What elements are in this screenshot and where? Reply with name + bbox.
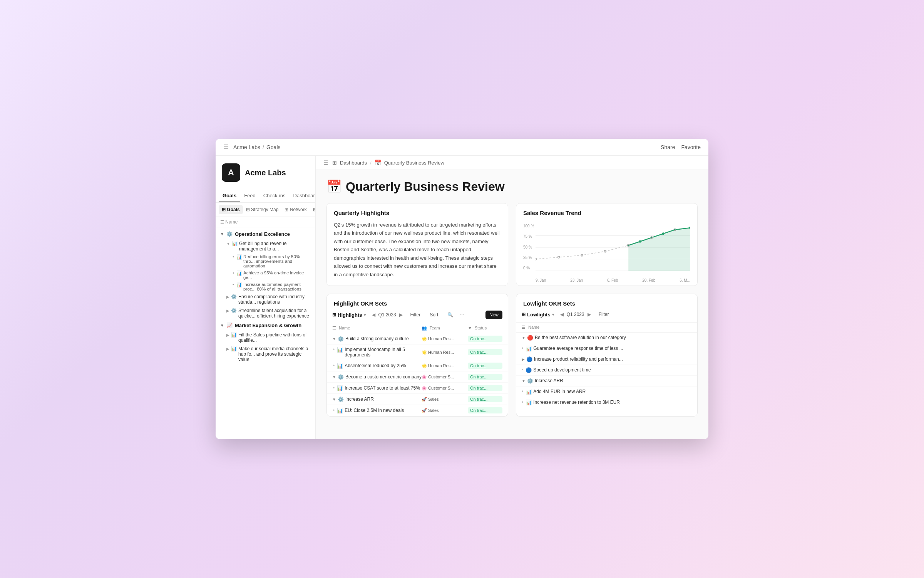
main-layout: A Acme Labs Goals Feed Check-ins Dashboa… (216, 156, 708, 439)
top-bar-actions: Share Favorite (661, 144, 701, 150)
highlight-sort-btn[interactable]: Sort (427, 311, 441, 319)
col-team: 👥 Team (422, 326, 468, 331)
favorite-button[interactable]: Favorite (681, 144, 701, 150)
nav-tabs: Goals Feed Check-ins Dashboard Me (216, 190, 315, 203)
lowlight-period-next[interactable]: ▶ (586, 311, 593, 318)
okr-row-mooncamp[interactable]: • 📊 Implement Mooncamp in all 5 departme… (327, 344, 508, 360)
breadcrumb: Acme Labs / Goals (233, 144, 281, 150)
svg-marker-5 (628, 228, 690, 271)
nav-tab-feed[interactable]: Feed (240, 190, 259, 202)
lowlight-table-header: ☰ Name (516, 323, 697, 333)
highlight-filter-btn[interactable]: Filter (407, 311, 424, 319)
highlight-okr-toolbar: ⊞ Highlights ▾ ◀ Q1 2023 ▶ Filter Sort (327, 307, 508, 323)
sidebar: A Acme Labs Goals Feed Check-ins Dashboa… (216, 156, 316, 439)
dash-topbar: ☰ ⊞ Dashboards / 📅 Quarterly Business Re… (316, 156, 708, 170)
highlight-okr-card: Highlight OKR Sets ⊞ Highlights ▾ ◀ Q1 2… (326, 294, 508, 417)
okr-row-absenteeism[interactable]: • 📊 Absenteeism reduced by 25% 🌟 Human R… (327, 360, 508, 371)
dashboard-panel: ☰ ⊞ Dashboards / 📅 Quarterly Business Re… (316, 156, 708, 439)
goal-item-sales-pipeline[interactable]: ▶ 📊 Fill the Sales pipeline with tons of… (216, 331, 315, 344)
goal-item-social[interactable]: ▶ 📊 Make our social media channels a hub… (216, 344, 315, 364)
top-bar: ☰ Acme Labs / Goals Share Favorite (216, 139, 708, 156)
goal-list: ▼ ⚙️ Operational Excellence ▼ 📊 Get bill… (216, 227, 315, 365)
page-icon-small: 📅 (375, 160, 381, 166)
lowlight-period-nav: ◀ Q1 2023 ▶ (559, 311, 593, 318)
lowlights-filter-label[interactable]: ⊞ Lowlights ▾ (522, 312, 554, 318)
okr-row-arr[interactable]: ▼ ⚙️ Increase ARR 🚀 Sales On trac... (327, 394, 508, 405)
chart-x-labels: 9. Jan 23. Jan 6. Feb 20. Feb 6. M... (536, 278, 690, 282)
goal-sub-billing-3[interactable]: • 📊 Increase automated payment proc... 8… (216, 281, 315, 292)
revenue-chart-card: Sales Revenue Trend 100 % 75 % 50 % 25 %… (516, 203, 698, 286)
breadcrumb-sep: / (263, 144, 264, 150)
okr-row-eu-deals[interactable]: • 📊 EU: Close 2.5M in new deals 🚀 Sales … (327, 405, 508, 416)
okr-row-increase-arr-low[interactable]: ▼ ⚙️ Increase ARR (516, 376, 697, 386)
lowlight-okr-card: Lowlight OKR Sets ⊞ Lowlights ▾ ◀ Q1 202… (516, 294, 698, 417)
highlight-new-btn[interactable]: New (485, 311, 502, 319)
breadcrumb-dashboards[interactable]: Dashboards (340, 160, 367, 166)
highlight-table-header: ☰ Name 👥 Team ▼ Status (327, 323, 508, 333)
svg-point-7 (639, 240, 641, 243)
chart-svg-wrap (536, 224, 690, 271)
lowlight-okr-toolbar: ⊞ Lowlights ▾ ◀ Q1 2023 ▶ Filter (516, 307, 697, 323)
goal-sub-billing-2[interactable]: • 📊 Achieve a 95% on-time invoice ge... (216, 269, 315, 281)
highlight-period-nav: ◀ Q1 2023 ▶ (370, 311, 404, 318)
goal-group-label: Operational Excellence (235, 231, 290, 237)
revenue-chart-title: Sales Revenue Trend (516, 203, 697, 221)
svg-point-9 (662, 232, 665, 235)
dash-menu-icon[interactable]: ☰ (323, 160, 328, 166)
lowlight-okr-title: Lowlight OKR Sets (516, 294, 697, 307)
nav-tab-goals[interactable]: Goals (219, 190, 240, 202)
breadcrumb-current[interactable]: Quarterly Business Review (384, 160, 444, 166)
top-cards: Quarterly Highlights Q2's 15% growth in … (326, 203, 698, 286)
okr-row-customer-centric[interactable]: ▼ ⚙️ Become a customer-centric company 🌸… (327, 371, 508, 383)
goal-group-operational[interactable]: ▼ ⚙️ Operational Excellence (216, 229, 315, 239)
highlights-filter-label[interactable]: ⊞ Highlights ▾ (332, 312, 366, 318)
highlights-text: Q2's 15% growth in revenue is attributed… (327, 221, 508, 286)
okr-row-response-time[interactable]: • 📊 Guarantee average response time of l… (516, 343, 697, 354)
page-title-icon: 📅 (326, 179, 342, 194)
okr-row-speed-up[interactable]: • 🔵 Speed up development time (516, 365, 697, 376)
okr-section-grid: Highlight OKR Sets ⊞ Highlights ▾ ◀ Q1 2… (326, 294, 698, 417)
highlight-period-prev[interactable]: ◀ (370, 311, 377, 318)
col-status: ▼ Status (468, 326, 502, 331)
okr-row-best-software[interactable]: ▼ 🔴 Be the best software solution in our… (516, 333, 697, 343)
goal-item-talent[interactable]: ▶ ⚙️ Streamline talent acquisition for a… (216, 306, 315, 320)
workspace-logo: A (222, 163, 240, 182)
col-name: ☰ Name (332, 326, 422, 331)
share-button[interactable]: Share (661, 144, 675, 150)
app-window: ☰ Acme Labs / Goals Share Favorite A Acm… (216, 139, 708, 439)
dashboards-icon: ⊞ (332, 160, 337, 166)
nav-tab-dashboard[interactable]: Dashboard (290, 190, 316, 202)
highlight-more-btn[interactable]: ··· (459, 311, 464, 318)
sub-nav-goals[interactable]: ⊞ Goals (219, 205, 243, 214)
goal-sub-billing-1[interactable]: • 📊 Reduce billing errors by 50% thro...… (216, 253, 315, 269)
okr-row-csat[interactable]: • 📊 Increase CSAT score to at least 75% … (327, 383, 508, 394)
table-col-name: ☰ Name (216, 217, 315, 227)
menu-icon[interactable]: ☰ (223, 143, 229, 151)
highlights-card: Quarterly Highlights Q2's 15% growth in … (326, 203, 508, 286)
okr-row-add-4m[interactable]: • 📊 Add 4M EUR in new ARR (516, 386, 697, 397)
lowlight-period-prev[interactable]: ◀ (559, 311, 565, 318)
highlight-period-next[interactable]: ▶ (398, 311, 404, 318)
okr-row-culture[interactable]: ▼ ⚙️ Build a strong company culture 🌟 Hu… (327, 333, 508, 344)
breadcrumb-workspace[interactable]: Acme Labs (233, 144, 260, 150)
breadcrumb-page[interactable]: Goals (266, 144, 281, 150)
sub-nav: ⊞ Goals ⊞ Strategy Map ⊞ Network ⊞ KPI T… (216, 203, 315, 217)
dash-content: 📅 Quarterly Business Review Quarterly Hi… (316, 170, 708, 439)
chart-y-labels: 100 % 75 % 50 % 25 % 0 % (523, 224, 534, 270)
sub-nav-strategy[interactable]: ⊞ Strategy Map (243, 205, 282, 214)
page-title: 📅 Quarterly Business Review (326, 179, 698, 194)
okr-row-reliability[interactable]: ▶ 🔵 Increase product reliability and per… (516, 354, 697, 365)
goal-group-market[interactable]: ▼ 📈 Market Expansion & Growth (216, 320, 315, 331)
highlight-okr-title: Highlight OKR Sets (327, 294, 508, 307)
lowlight-filter-btn[interactable]: Filter (596, 311, 612, 318)
okr-row-revenue-retention[interactable]: • 📊 Increase net revenue retention to 3M… (516, 397, 697, 408)
sub-nav-kpi[interactable]: ⊞ KPI Tr... (310, 205, 315, 214)
dash-breadcrumb: ⊞ Dashboards / 📅 Quarterly Business Revi… (332, 160, 444, 166)
goal-item-compliance[interactable]: ▶ ⚙️ Ensure compliance with industry sta… (216, 292, 315, 306)
col-name-low: ☰ Name (522, 325, 692, 330)
goal-item-billing[interactable]: ▼ 📊 Get billing and revenue management t… (216, 239, 315, 253)
sub-nav-network[interactable]: ⊞ Network (281, 205, 310, 214)
highlight-search-btn[interactable]: 🔍 (444, 311, 456, 319)
nav-tab-checkins[interactable]: Check-ins (259, 190, 290, 202)
workspace-name: Acme Labs (245, 168, 286, 177)
